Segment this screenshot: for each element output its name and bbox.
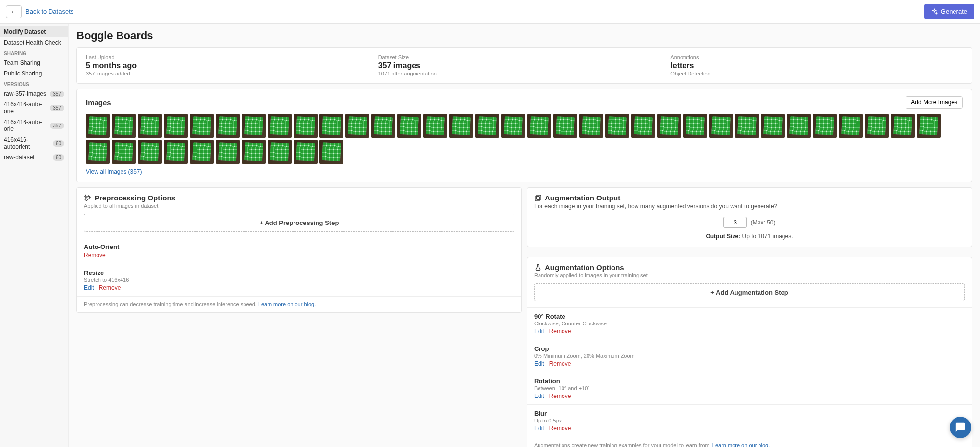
- stat-label: Annotations: [670, 54, 963, 60]
- image-thumbnail[interactable]: [865, 114, 889, 138]
- image-thumbnail[interactable]: [345, 114, 369, 138]
- image-thumbnail[interactable]: [268, 140, 292, 164]
- augmentation-subtitle: Randomly applied to images in your train…: [527, 273, 972, 283]
- image-thumbnail[interactable]: [112, 114, 136, 138]
- remove-link[interactable]: Remove: [84, 252, 106, 259]
- remove-link[interactable]: Remove: [99, 284, 121, 291]
- generate-label: Generate: [941, 8, 967, 15]
- image-thumbnail[interactable]: [579, 114, 603, 138]
- augmentation-footer: Augmentations create new training exampl…: [527, 437, 972, 447]
- image-thumbnail[interactable]: [527, 114, 551, 138]
- add-augmentation-button[interactable]: + Add Augmentation Step: [534, 283, 965, 301]
- image-thumbnail[interactable]: [501, 114, 525, 138]
- remove-link[interactable]: Remove: [549, 393, 571, 399]
- image-thumbnail[interactable]: [319, 140, 343, 164]
- image-thumbnail[interactable]: [813, 114, 837, 138]
- back-link[interactable]: Back to Datasets: [25, 8, 74, 15]
- step-name: Blur: [534, 410, 965, 417]
- image-thumbnail[interactable]: [86, 140, 110, 164]
- aug-output-title: Augmentation Output: [545, 194, 620, 202]
- version-label: raw-dataset: [4, 154, 35, 161]
- aug-count-input[interactable]: [723, 217, 747, 228]
- images-card: Images Add More Images View all images (…: [76, 89, 972, 182]
- step-desc: Up to 0.5px: [534, 418, 965, 423]
- edit-link[interactable]: Edit: [84, 284, 94, 291]
- image-thumbnail[interactable]: [917, 114, 941, 138]
- sidebar-version-item[interactable]: 416x416-auto-orie357: [0, 117, 68, 134]
- image-thumbnail[interactable]: [190, 140, 214, 164]
- image-thumbnail[interactable]: [657, 114, 681, 138]
- stat: Annotations letters Object Detection: [670, 54, 963, 76]
- version-label: 416x416-autoorient: [4, 136, 53, 150]
- view-all-images-link[interactable]: View all images (357): [86, 168, 142, 175]
- image-thumbnail[interactable]: [112, 140, 136, 164]
- image-thumbnail[interactable]: [164, 140, 188, 164]
- image-thumbnail[interactable]: [268, 114, 292, 138]
- sidebar-heading-sharing: SHARING: [0, 48, 68, 57]
- image-thumbnail[interactable]: [709, 114, 733, 138]
- image-thumbnail[interactable]: [190, 114, 214, 138]
- image-thumbnail[interactable]: [631, 114, 655, 138]
- chat-fab[interactable]: [950, 417, 971, 438]
- image-thumbnail[interactable]: [735, 114, 759, 138]
- topbar-left: ← Back to Datasets: [6, 5, 74, 18]
- image-thumbnail[interactable]: [86, 114, 110, 138]
- output-size-label: Output Size:: [706, 233, 740, 240]
- image-thumbnail[interactable]: [683, 114, 707, 138]
- remove-link[interactable]: Remove: [549, 360, 571, 367]
- stat-value: 5 months ago: [86, 61, 378, 70]
- generate-button[interactable]: Generate: [924, 4, 974, 19]
- stat-sub: Object Detection: [670, 71, 963, 76]
- augmentation-card: Augmentation Options Randomly applied to…: [527, 257, 972, 447]
- add-preprocessing-button[interactable]: + Add Preprocessing Step: [84, 214, 514, 232]
- preprocessing-subtitle: Applied to all images in dataset: [77, 203, 521, 214]
- version-count-badge: 357: [50, 105, 64, 111]
- edit-link[interactable]: Edit: [534, 328, 544, 335]
- image-thumbnail[interactable]: [449, 114, 473, 138]
- image-thumbnail[interactable]: [242, 140, 266, 164]
- image-thumbnail[interactable]: [294, 140, 318, 164]
- back-button[interactable]: ←: [6, 5, 22, 18]
- preprocessing-footer-link[interactable]: Learn more on our blog.: [258, 301, 316, 307]
- image-thumbnail[interactable]: [605, 114, 629, 138]
- image-thumbnail[interactable]: [371, 114, 395, 138]
- image-thumbnail[interactable]: [138, 140, 162, 164]
- sidebar-version-item[interactable]: 416x416-autoorient60: [0, 134, 68, 152]
- image-thumbnail[interactable]: [787, 114, 811, 138]
- flask-icon: [534, 264, 542, 272]
- image-thumbnail[interactable]: [294, 114, 318, 138]
- add-images-button[interactable]: Add More Images: [906, 96, 963, 109]
- image-thumbnail[interactable]: [839, 114, 863, 138]
- image-thumbnail[interactable]: [891, 114, 915, 138]
- sidebar-heading-versions: VERSIONS: [0, 79, 68, 88]
- sidebar-version-item[interactable]: 416x416-auto-orie357: [0, 99, 68, 117]
- sidebar-item[interactable]: Team Sharing: [0, 57, 68, 68]
- output-size-value: Up to 1071 images.: [740, 233, 793, 240]
- sidebar-item[interactable]: Dataset Health Check: [0, 37, 68, 48]
- image-thumbnail[interactable]: [242, 114, 266, 138]
- sidebar-version-item[interactable]: raw-357-images357: [0, 88, 68, 99]
- edit-link[interactable]: Edit: [534, 425, 544, 432]
- edit-link[interactable]: Edit: [534, 360, 544, 367]
- remove-link[interactable]: Remove: [549, 328, 571, 335]
- image-thumbnail[interactable]: [164, 114, 188, 138]
- image-thumbnail[interactable]: [553, 114, 577, 138]
- output-size: Output Size: Up to 1071 images.: [534, 233, 965, 240]
- image-thumbnail[interactable]: [423, 114, 447, 138]
- remove-link[interactable]: Remove: [549, 425, 571, 432]
- image-thumbnail[interactable]: [138, 114, 162, 138]
- image-thumbnail[interactable]: [475, 114, 499, 138]
- preprocessing-header: Preprocessing Options: [77, 188, 521, 203]
- image-thumbnail[interactable]: [216, 114, 240, 138]
- layout: Modify DatasetDataset Health Check SHARI…: [0, 24, 980, 447]
- sidebar-item[interactable]: Modify Dataset: [0, 26, 68, 37]
- augmentation-step: Crop 0% Minimum Zoom, 20% Maximum Zoom E…: [527, 340, 972, 372]
- edit-link[interactable]: Edit: [534, 393, 544, 399]
- image-thumbnail[interactable]: [761, 114, 785, 138]
- image-thumbnail[interactable]: [319, 114, 343, 138]
- image-thumbnail[interactable]: [397, 114, 421, 138]
- augmentation-footer-link[interactable]: Learn more on our blog.: [712, 442, 770, 447]
- sidebar-version-item[interactable]: raw-dataset60: [0, 152, 68, 163]
- sidebar-item[interactable]: Public Sharing: [0, 68, 68, 79]
- image-thumbnail[interactable]: [216, 140, 240, 164]
